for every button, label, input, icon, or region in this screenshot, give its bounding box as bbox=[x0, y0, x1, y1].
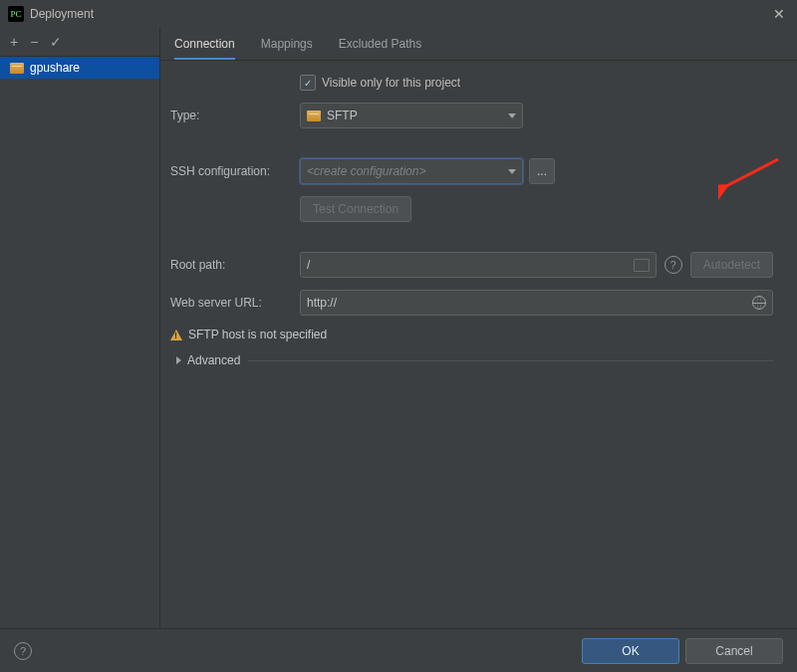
sftp-icon bbox=[307, 111, 321, 121]
web-url-label: Web server URL: bbox=[170, 296, 300, 310]
add-icon[interactable]: + bbox=[10, 35, 18, 49]
title-bar: PC Deployment ✕ bbox=[0, 0, 797, 28]
warning-icon bbox=[170, 330, 182, 340]
test-connection-button[interactable]: Test Connection bbox=[300, 196, 411, 222]
app-icon: PC bbox=[8, 6, 24, 22]
cancel-button[interactable]: Cancel bbox=[685, 638, 783, 664]
advanced-toggle[interactable]: Advanced bbox=[176, 353, 240, 367]
type-label: Type: bbox=[170, 109, 300, 122]
root-path-input[interactable]: / bbox=[300, 252, 657, 278]
checkbox-icon: ✓ bbox=[300, 75, 316, 91]
ssh-config-label: SSH configuration: bbox=[170, 164, 300, 178]
root-path-value: / bbox=[307, 258, 634, 272]
check-icon[interactable]: ✓ bbox=[50, 35, 62, 49]
chevron-right-icon bbox=[176, 356, 181, 364]
ssh-config-browse-button[interactable]: ... bbox=[529, 158, 555, 184]
sidebar-item-gpushare[interactable]: gpushare bbox=[0, 57, 159, 79]
help-icon[interactable]: ? bbox=[664, 256, 682, 274]
connection-form: ✓ Visible only for this project Type: SF… bbox=[160, 61, 797, 367]
type-dropdown[interactable]: SFTP bbox=[300, 103, 523, 128]
tab-excluded-paths[interactable]: Excluded Paths bbox=[339, 37, 421, 60]
chevron-down-icon bbox=[508, 113, 516, 118]
visible-only-checkbox[interactable]: ✓ Visible only for this project bbox=[300, 75, 773, 91]
server-icon bbox=[10, 63, 24, 74]
help-button[interactable]: ? bbox=[14, 642, 32, 660]
chevron-down-icon bbox=[508, 169, 516, 174]
advanced-label: Advanced bbox=[187, 353, 240, 367]
warning-message: SFTP host is not specified bbox=[170, 328, 773, 341]
remove-icon[interactable]: − bbox=[30, 35, 38, 49]
close-icon[interactable]: ✕ bbox=[769, 6, 789, 22]
tab-mappings[interactable]: Mappings bbox=[261, 37, 313, 60]
ok-button[interactable]: OK bbox=[582, 638, 679, 664]
web-url-input[interactable]: http:// bbox=[300, 290, 773, 316]
web-url-value: http:// bbox=[307, 296, 752, 310]
ssh-config-placeholder: <create configuration> bbox=[307, 164, 425, 178]
root-path-label: Root path: bbox=[170, 258, 300, 272]
tab-connection[interactable]: Connection bbox=[174, 37, 235, 60]
type-value: SFTP bbox=[327, 109, 358, 122]
divider bbox=[248, 360, 773, 361]
ssh-config-dropdown[interactable]: <create configuration> bbox=[300, 158, 523, 184]
sidebar-toolbar: + − ✓ bbox=[0, 28, 159, 57]
globe-icon[interactable] bbox=[752, 296, 766, 310]
tab-bar: Connection Mappings Excluded Paths bbox=[160, 28, 797, 61]
warning-text: SFTP host is not specified bbox=[188, 328, 327, 341]
window-title: Deployment bbox=[30, 7, 94, 21]
sidebar-item-label: gpushare bbox=[30, 61, 80, 75]
folder-icon[interactable] bbox=[634, 259, 650, 272]
visible-only-label: Visible only for this project bbox=[322, 76, 460, 90]
dialog-footer: ? OK Cancel bbox=[0, 628, 797, 672]
autodetect-button[interactable]: Autodetect bbox=[690, 252, 773, 278]
sidebar: + − ✓ gpushare bbox=[0, 28, 160, 628]
main-panel: Connection Mappings Excluded Paths ✓ Vis… bbox=[160, 28, 797, 628]
